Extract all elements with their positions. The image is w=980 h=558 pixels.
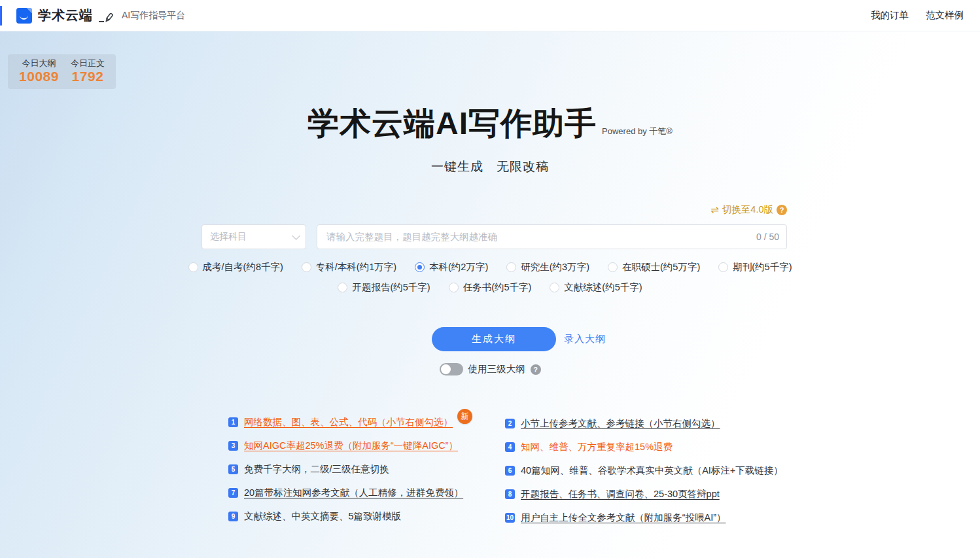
wordcount-radio-row-2: 开题报告(约5千字)任务书(约5千字)文献综述(约5千字) — [0, 281, 980, 294]
feature-text-4[interactable]: 知网、维普、万方重复率超15%退费 — [521, 441, 673, 453]
switch-version-label: 切换至4.0版 — [722, 203, 773, 216]
stat-label: 今日大纲 — [22, 59, 56, 69]
row1-radio-4[interactable]: 在职硕士(约5万字) — [608, 261, 700, 273]
feature-number-badge: 10 — [505, 513, 515, 523]
radio-circle-icon — [449, 283, 459, 292]
feature-item-6: 640篇知网、维普、谷歌学术真实中英文献（AI标注+下载链接） — [505, 464, 783, 478]
stat-value: 1792 — [72, 69, 104, 84]
radio-circle-icon — [338, 283, 347, 292]
feature-number-badge: 4 — [505, 442, 515, 452]
radio-label: 成考/自考(约8千字) — [203, 261, 283, 273]
brand-name: 学术云端 — [38, 7, 93, 24]
feature-item-5: 5免费千字大纲，二级/三级任意切换 — [228, 462, 474, 476]
feature-number-badge: 1 — [228, 417, 238, 427]
feature-text-8[interactable]: 开题报告、任务书、调查问卷、25-30页答辩ppt — [521, 488, 720, 500]
wordcount-radio-row-1: 成考/自考(约8千字)专科/本科(约1万字)本科(约2万字)研究生(约3万字)在… — [0, 261, 980, 273]
row1-radio-1[interactable]: 专科/本科(约1万字) — [302, 261, 396, 273]
feature-item-3: 3知网AIGC率超25%退费（附加服务“一键降AIGC”） — [228, 439, 474, 453]
feature-number-badge: 2 — [505, 419, 515, 428]
char-counter: 0 / 50 — [756, 224, 779, 249]
feature-item-1: 1网络数据、图、表、公式、代码（小节右侧勾选）新 — [228, 415, 474, 429]
toggle-help-icon[interactable]: ? — [531, 364, 541, 375]
radio-circle-icon — [506, 262, 516, 272]
feature-text-2[interactable]: 小节上传参考文献、参考链接（小节右侧勾选） — [521, 417, 720, 430]
manual-outline-link[interactable]: 录入大纲 — [564, 333, 606, 345]
feature-number-badge: 6 — [505, 466, 515, 476]
radio-circle-icon — [188, 262, 198, 272]
stat-today-body: 今日正文1792 — [71, 59, 105, 84]
radio-circle-icon — [550, 283, 559, 292]
feature-number-badge: 8 — [505, 489, 515, 499]
feature-text-10[interactable]: 用户自主上传全文参考文献（附加服务“投喂AI”） — [521, 512, 726, 524]
feature-item-7: 720篇带标注知网参考文献（人工精修，进群免费领） — [228, 486, 474, 500]
nav-sample-essays[interactable]: 范文样例 — [926, 9, 964, 22]
feature-item-4: 4知网、维普、万方重复率超15%退费 — [505, 440, 783, 454]
radio-label: 本科(约2万字) — [429, 261, 488, 273]
chevron-down-icon — [292, 232, 300, 240]
page-title: 学术云端AI写作助手 — [307, 107, 597, 141]
feature-text-5: 免费千字大纲，二级/三级任意切换 — [244, 463, 389, 476]
feature-item-9: 9文献综述、中英文摘要、5篇致谢模版 — [228, 510, 474, 523]
row2-radio-0[interactable]: 开题报告(约5千字) — [338, 281, 430, 294]
stat-value: 10089 — [19, 69, 59, 84]
radio-label: 专科/本科(约1万字) — [316, 261, 396, 273]
left-edge-accent — [0, 6, 2, 26]
radio-label: 文献综述(约5千字) — [564, 281, 642, 294]
stat-today-outline: 今日大纲10089 — [19, 59, 59, 84]
feature-list-right: 2小节上传参考文献、参考链接（小节右侧勾选）4知网、维普、万方重复率超15%退费… — [505, 417, 783, 525]
row1-radio-5[interactable]: 期刊(约5千字) — [718, 261, 792, 273]
radio-circle-icon — [302, 262, 311, 272]
row1-radio-3[interactable]: 研究生(约3万字) — [506, 261, 589, 273]
radio-circle-icon — [718, 262, 728, 272]
new-badge: 新 — [457, 409, 472, 424]
row1-radio-2[interactable]: 本科(约2万字) — [415, 261, 488, 273]
radio-circle-icon — [608, 262, 618, 272]
feature-list-left: 1网络数据、图、表、公式、代码（小节右侧勾选）新3知网AIGC率超25%退费（附… — [228, 415, 474, 523]
radio-label: 期刊(约5千字) — [733, 261, 792, 273]
row2-radio-2[interactable]: 文献综述(约5千字) — [550, 281, 642, 294]
feature-text-3[interactable]: 知网AIGC率超25%退费（附加服务“一键降AIGC”） — [244, 440, 458, 452]
top-navbar: 学术云端 AI写作指导平台 我的订单范文样例 — [0, 0, 980, 31]
pencil-icon — [98, 12, 114, 23]
powered-by-label: Powered by 千笔® — [602, 126, 673, 137]
subject-select[interactable]: 选择科目 — [201, 224, 306, 249]
feature-text-7[interactable]: 20篇带标注知网参考文献（人工精修，进群免费领） — [244, 487, 463, 499]
header-nav: 我的订单范文样例 — [871, 9, 964, 22]
brand-logo-icon — [16, 8, 32, 24]
radio-label: 研究生(约3万字) — [521, 261, 589, 273]
title-input[interactable] — [317, 224, 787, 249]
three-level-outline-toggle[interactable] — [440, 363, 463, 375]
radio-label: 在职硕士(约5万字) — [622, 261, 700, 273]
subject-select-placeholder: 选择科目 — [210, 231, 292, 243]
feature-text-9: 文献综述、中英文摘要、5篇致谢模版 — [244, 510, 401, 523]
feature-text-6: 40篇知网、维普、谷歌学术真实中英文献（AI标注+下载链接） — [521, 464, 783, 477]
stat-label: 今日正文 — [71, 59, 105, 69]
brand-tagline: AI写作指导平台 — [122, 10, 185, 22]
version-help-icon[interactable]: ? — [777, 205, 787, 215]
feature-number-badge: 5 — [228, 464, 238, 474]
swap-arrows-icon: ⇌ — [710, 204, 719, 216]
radio-label: 开题报告(约5千字) — [352, 281, 430, 294]
generate-outline-button[interactable]: 生成大纲 — [432, 327, 556, 351]
feature-number-badge: 9 — [228, 512, 238, 521]
today-stats-card: 今日大纲10089今日正文1792 — [8, 54, 116, 89]
switch-version-link[interactable]: ⇌ 切换至4.0版 ? — [710, 203, 787, 216]
hero-subtitle: 一键生成 无限改稿 — [0, 158, 980, 175]
radio-label: 任务书(约5千字) — [463, 281, 532, 294]
row1-radio-0[interactable]: 成考/自考(约8千字) — [188, 261, 283, 273]
toggle-label: 使用三级大纲 — [468, 363, 525, 375]
feature-item-10: 10用户自主上传全文参考文献（附加服务“投喂AI”） — [505, 511, 783, 525]
feature-number-badge: 3 — [228, 441, 238, 451]
title-input-wrap: 0 / 50 — [317, 224, 787, 249]
hero-section: 学术云端AI写作助手 Powered by 千笔® 一键生成 无限改稿 — [0, 107, 980, 175]
feature-number-badge: 7 — [228, 488, 238, 498]
feature-item-8: 8开题报告、任务书、调查问卷、25-30页答辩ppt — [505, 487, 783, 501]
nav-my-orders[interactable]: 我的订单 — [871, 9, 909, 22]
row2-radio-1[interactable]: 任务书(约5千字) — [449, 281, 532, 294]
toggle-knob — [441, 364, 451, 374]
feature-text-1[interactable]: 网络数据、图、表、公式、代码（小节右侧勾选） — [244, 416, 453, 428]
radio-circle-icon — [415, 262, 425, 272]
feature-item-2: 2小节上传参考文献、参考链接（小节右侧勾选） — [505, 417, 783, 430]
outline-level-toggle-row: 使用三级大纲 ? — [0, 363, 980, 375]
